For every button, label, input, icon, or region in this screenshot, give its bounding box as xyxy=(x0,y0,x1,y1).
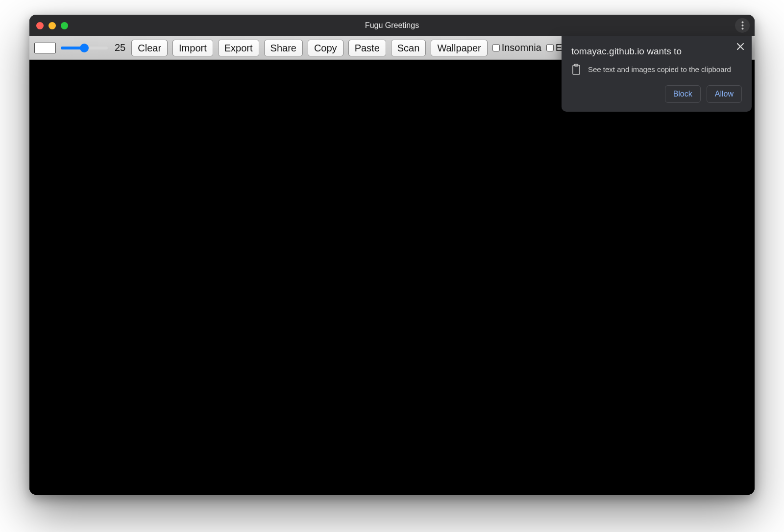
brush-size-value: 25 xyxy=(115,42,125,53)
export-button[interactable]: Export xyxy=(218,40,259,56)
permission-heading: tomayac.github.io wants to xyxy=(571,46,742,57)
svg-rect-3 xyxy=(573,65,580,74)
color-picker[interactable] xyxy=(34,43,56,53)
wallpaper-button[interactable]: Wallpaper xyxy=(431,40,487,56)
app-window: Fugu Greetings 25 Clear Import Export Sh… xyxy=(29,15,755,495)
close-dialog-button[interactable] xyxy=(734,40,747,53)
permission-request-text: See text and images copied to the clipbo… xyxy=(588,65,731,73)
scan-button[interactable]: Scan xyxy=(391,40,426,56)
svg-point-2 xyxy=(741,28,743,30)
vertical-dots-icon xyxy=(741,21,744,30)
overflow-menu-button[interactable] xyxy=(735,18,750,33)
insomnia-checkbox[interactable]: Insomnia xyxy=(492,42,541,53)
minimize-window-button[interactable] xyxy=(49,22,56,29)
fullscreen-window-button[interactable] xyxy=(61,22,68,29)
close-window-button[interactable] xyxy=(36,22,44,29)
clipboard-icon xyxy=(571,64,581,74)
allow-button[interactable]: Allow xyxy=(707,85,742,103)
share-button[interactable]: Share xyxy=(264,40,303,56)
insomnia-label: Insomnia xyxy=(502,42,541,53)
checkbox-box[interactable] xyxy=(492,44,500,51)
svg-point-0 xyxy=(741,22,743,24)
window-title: Fugu Greetings xyxy=(29,21,755,30)
drawing-canvas[interactable] xyxy=(29,60,755,495)
window-controls xyxy=(36,22,68,29)
copy-button[interactable]: Copy xyxy=(308,40,343,56)
checkbox-box[interactable] xyxy=(546,44,554,51)
clear-button[interactable]: Clear xyxy=(131,40,168,56)
paste-button[interactable]: Paste xyxy=(348,40,386,56)
slider-thumb[interactable] xyxy=(80,44,89,52)
titlebar: Fugu Greetings xyxy=(29,15,755,36)
block-button[interactable]: Block xyxy=(665,85,701,103)
close-icon xyxy=(737,43,744,50)
permission-request-row: See text and images copied to the clipbo… xyxy=(571,64,742,74)
permission-dialog: tomayac.github.io wants to See text and … xyxy=(562,36,752,112)
permission-actions: Block Allow xyxy=(571,85,742,103)
svg-point-1 xyxy=(741,24,743,26)
import-button[interactable]: Import xyxy=(172,40,213,56)
brush-size-slider[interactable] xyxy=(61,44,108,52)
